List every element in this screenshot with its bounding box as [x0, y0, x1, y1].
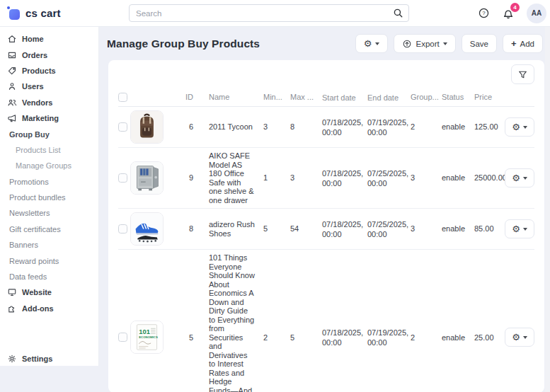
min-quantity: 3: [258, 122, 285, 132]
chevron-down-icon: [523, 126, 527, 129]
export-label: Export: [416, 40, 439, 48]
row-settings-button[interactable]: ⚙: [505, 219, 534, 238]
website-icon: [7, 287, 17, 297]
price-value: 25.00: [469, 333, 505, 342]
sidebar-item-label: Newsletters: [9, 209, 50, 217]
select-all-checkbox[interactable]: [118, 93, 127, 102]
min-quantity: 2: [258, 333, 285, 342]
sidebar-item-manage-groups[interactable]: Manage Groups: [0, 158, 98, 173]
products-icon: [7, 66, 17, 76]
sidebar-item-products-list[interactable]: Products List: [0, 142, 98, 158]
sidebar-item-label: Manage Groups: [16, 161, 71, 170]
group-count: 3: [406, 173, 437, 183]
product-name-link[interactable]: AIKO SAFE Model AS 180 Office Safe with …: [199, 151, 258, 204]
add-label: Add: [520, 40, 534, 48]
sidebar-item-marketing[interactable]: Marketing: [0, 110, 98, 126]
row-checkbox[interactable]: [118, 122, 127, 132]
product-id: 8: [173, 224, 199, 234]
sidebar-item-reward-points[interactable]: Reward points: [0, 253, 98, 268]
sidebar-item-label: Data feeds: [9, 272, 47, 281]
sidebar-item-add-ons[interactable]: Add-ons: [0, 301, 98, 316]
product-image-shoes[interactable]: [130, 212, 164, 246]
sidebar-item-products[interactable]: Products: [0, 63, 98, 79]
vendors-icon: [7, 98, 17, 108]
column-header-min[interactable]: Min...: [258, 93, 285, 102]
add-button[interactable]: + Add: [503, 34, 543, 53]
row-checkbox[interactable]: [118, 224, 127, 234]
search-icon[interactable]: [392, 7, 404, 19]
chevron-down-icon: [375, 42, 379, 45]
column-header-max[interactable]: Max ...: [285, 93, 316, 102]
row-settings-button[interactable]: ⚙: [505, 168, 534, 188]
vertical-scrollbar[interactable]: [545, 27, 550, 392]
row-checkbox[interactable]: [118, 173, 127, 183]
row-checkbox[interactable]: [118, 333, 127, 342]
table-row: 8 adizero Rush Shoes 5 54 07/18/2025, 00…: [118, 209, 534, 250]
funnel-icon: [517, 69, 528, 80]
sidebar-item-label: Vendors: [22, 98, 52, 107]
sidebar-item-gift-certificates[interactable]: Gift certificates: [0, 221, 98, 237]
price-value: 85.00: [469, 224, 505, 234]
column-header-price[interactable]: Price: [469, 93, 505, 102]
sidebar-item-newsletters[interactable]: Newsletters: [0, 205, 98, 221]
start-date: 07/18/2025, 00:00: [316, 168, 362, 188]
sidebar-item-data-feeds[interactable]: Data feeds: [0, 269, 98, 284]
row-settings-button[interactable]: ⚙: [505, 328, 534, 347]
product-image-safe[interactable]: [130, 161, 164, 195]
column-header-start-date[interactable]: Start date: [316, 93, 362, 103]
search-input[interactable]: [129, 4, 409, 22]
page-settings-dropdown-button[interactable]: ⚙: [355, 34, 389, 53]
sidebar-item-home[interactable]: Home: [0, 31, 98, 47]
sidebar-item-label: Home: [22, 35, 44, 43]
status-value[interactable]: enable: [437, 122, 469, 132]
help-button[interactable]: ?: [478, 7, 490, 19]
sidebar-item-label: Product bundles: [9, 193, 66, 202]
product-name-link[interactable]: adizero Rush Shoes: [199, 220, 258, 238]
topbar: cs cart ? 4 AA: [0, 0, 550, 27]
product-name-link[interactable]: 2011 Tycoon: [199, 122, 258, 132]
sidebar-item-settings[interactable]: Settings: [0, 351, 98, 367]
sidebar-item-users[interactable]: Users: [0, 79, 98, 94]
status-value[interactable]: enable: [437, 173, 469, 183]
end-date: 07/19/2025, 00:00: [362, 117, 406, 137]
sidebar-item-banners[interactable]: Banners: [0, 237, 98, 253]
sidebar-item-vendors[interactable]: Vendors: [0, 95, 98, 110]
logo-text: cs cart: [25, 7, 61, 19]
column-header-id[interactable]: ID: [173, 93, 199, 102]
main-content: Manage Group Buy Products ⚙ Export Save …: [100, 27, 550, 392]
svg-text:101: 101: [139, 328, 150, 335]
logo[interactable]: cs cart: [7, 6, 129, 20]
row-settings-button[interactable]: ⚙: [505, 117, 534, 137]
status-value[interactable]: enable: [437, 333, 469, 342]
product-image-book[interactable]: 101 ECONOMICS: [130, 321, 164, 354]
min-quantity: 5: [258, 224, 285, 234]
notifications-button[interactable]: 4: [502, 7, 515, 20]
plus-icon: +: [511, 39, 517, 48]
min-quantity: 1: [258, 173, 285, 183]
sidebar-item-label: Orders: [22, 51, 47, 59]
save-button[interactable]: Save: [462, 34, 497, 53]
sidebar-nav: Home Orders Products Users Vendors Marke…: [0, 31, 98, 316]
export-icon: [402, 39, 412, 49]
product-image-backpack[interactable]: [130, 110, 164, 144]
avatar[interactable]: AA: [527, 4, 546, 23]
column-header-end-date[interactable]: End date: [362, 93, 406, 103]
sidebar-item-label: Group Buy: [9, 130, 50, 139]
sidebar-item-group-buy[interactable]: Group Buy: [0, 126, 98, 142]
cs-cart-logo-icon: [7, 6, 21, 20]
sidebar-item-promotions[interactable]: Promotions: [0, 174, 98, 190]
chevron-down-icon: [523, 336, 527, 339]
export-button[interactable]: Export: [394, 34, 455, 53]
column-header-group[interactable]: Group...: [406, 93, 437, 102]
column-header-name[interactable]: Name: [199, 93, 258, 102]
filter-button[interactable]: [511, 64, 534, 84]
sidebar-item-product-bundles[interactable]: Product bundles: [0, 190, 98, 205]
sidebar-item-label: Promotions: [9, 178, 49, 186]
sidebar-item-website[interactable]: Website: [0, 284, 98, 300]
sidebar-item-orders[interactable]: Orders: [0, 47, 98, 62]
product-name-link[interactable]: 101 Things Everyone Should Know About Ec…: [199, 253, 258, 392]
column-header-status[interactable]: Status: [437, 93, 469, 102]
status-value[interactable]: enable: [437, 224, 469, 234]
start-date: 07/18/2025, 00:00: [316, 328, 362, 347]
product-id: 5: [173, 333, 199, 342]
